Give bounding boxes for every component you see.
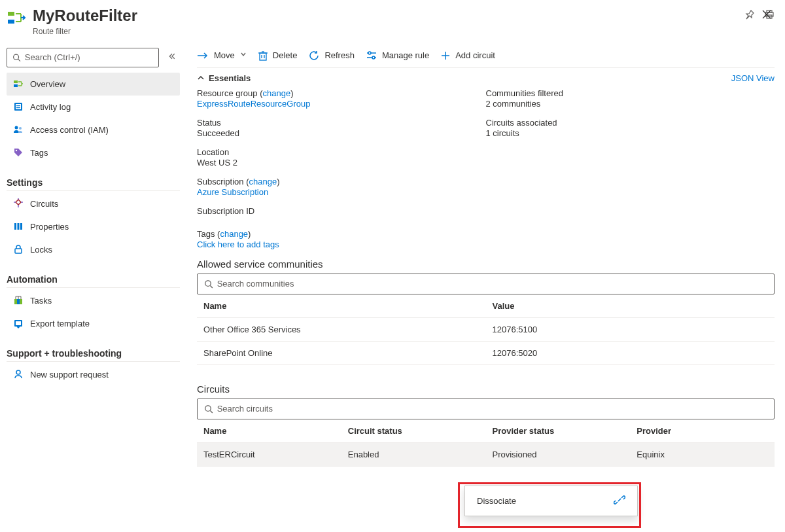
- communities-table: Name Value Other Office 365 Services 120…: [197, 294, 775, 365]
- essentials-panel: Resource group (change) ExpressRouteReso…: [197, 88, 775, 225]
- sidebar-item-access-control[interactable]: Access control (IAM): [7, 118, 180, 141]
- svg-rect-22: [15, 249, 22, 253]
- page-subtitle: Route filter: [33, 27, 725, 36]
- sidebar-item-label: Overview: [30, 79, 65, 89]
- svg-point-36: [368, 52, 371, 54]
- communities-filtered-label: Communities filtered: [486, 88, 775, 98]
- svg-rect-2: [8, 20, 14, 24]
- circuits-associated-label: Circuits associated: [486, 118, 775, 128]
- sidebar-item-label: Export template: [30, 319, 90, 328]
- col-value[interactable]: Value: [486, 294, 775, 318]
- svg-line-45: [618, 499, 621, 501]
- activity-log-icon: [13, 101, 24, 112]
- move-button[interactable]: Move: [197, 50, 247, 60]
- sidebar-item-label: Tasks: [30, 296, 52, 306]
- svg-rect-10: [14, 80, 18, 83]
- svg-rect-11: [14, 84, 18, 87]
- close-icon[interactable]: [761, 9, 772, 22]
- support-icon: [13, 369, 24, 380]
- context-menu: Dissociate: [464, 486, 638, 516]
- change-resource-group-link[interactable]: change: [262, 88, 290, 98]
- pin-icon[interactable]: [744, 9, 755, 22]
- svg-line-44: [210, 410, 212, 412]
- route-filter-small-icon: [13, 79, 24, 89]
- circuits-associated-value: 1 circuits: [486, 128, 775, 138]
- change-subscription-link[interactable]: change: [249, 177, 277, 186]
- sidebar-item-properties[interactable]: Properties: [7, 215, 180, 238]
- add-circuit-button[interactable]: Add circuit: [441, 50, 495, 60]
- svg-point-41: [205, 281, 211, 287]
- communities-filtered-value: 2 communities: [486, 99, 775, 109]
- circuits-table: Name Circuit status Provider status Prov…: [197, 419, 775, 467]
- sidebar-item-label: Tags: [30, 148, 48, 158]
- col-provider[interactable]: Provider: [630, 419, 775, 443]
- sidebar-item-label: Access control (IAM): [30, 125, 109, 135]
- change-tags-link[interactable]: change: [220, 229, 248, 239]
- refresh-icon: [309, 50, 319, 61]
- chevron-up-icon: [197, 74, 205, 82]
- blade-header: MyRouteFilter Route filter: [0, 0, 785, 41]
- plus-icon: [441, 51, 450, 60]
- sidebar-search-input[interactable]: [25, 52, 153, 62]
- main-content: Move Delete Refresh: [185, 41, 785, 532]
- col-name[interactable]: Name: [197, 419, 341, 443]
- circuits-icon: [13, 198, 24, 209]
- table-row[interactable]: SharePoint Online 12076:5020: [197, 341, 775, 364]
- refresh-button[interactable]: Refresh: [309, 50, 355, 61]
- svg-point-43: [205, 406, 211, 412]
- subscription-value[interactable]: Azure Subscription: [197, 187, 486, 197]
- chevron-down-icon: [240, 50, 247, 60]
- add-tags-link[interactable]: Click here to add tags: [197, 239, 775, 249]
- route-filter-icon: [7, 8, 26, 27]
- resource-group-value[interactable]: ExpressRouteResourceGroup: [197, 99, 486, 109]
- svg-rect-21: [20, 223, 22, 230]
- svg-rect-19: [14, 223, 16, 230]
- delete-icon: [258, 50, 268, 61]
- communities-search[interactable]: [197, 274, 775, 294]
- essentials-toggle[interactable]: Essentials: [197, 73, 251, 83]
- svg-point-16: [15, 126, 18, 130]
- delete-button[interactable]: Delete: [258, 50, 298, 61]
- location-label: Location: [197, 147, 486, 157]
- arrow-right-icon: [197, 51, 209, 60]
- sidebar-item-tags[interactable]: Tags: [7, 141, 180, 164]
- circuits-section: Circuits Name Circuit status Provider st…: [197, 383, 775, 467]
- sidebar-item-locks[interactable]: Locks: [7, 238, 180, 261]
- col-name[interactable]: Name: [197, 294, 486, 318]
- collapse-sidebar-icon[interactable]: [168, 52, 176, 62]
- svg-point-38: [372, 56, 375, 59]
- svg-point-28: [16, 370, 20, 374]
- svg-rect-1: [8, 12, 14, 16]
- search-icon: [204, 279, 213, 289]
- dissociate-menu-item[interactable]: Dissociate: [465, 486, 637, 516]
- tasks-icon: [13, 295, 24, 306]
- sidebar-section-automation: Automation: [7, 265, 180, 288]
- sidebar-search[interactable]: [7, 48, 159, 67]
- communities-search-input[interactable]: [217, 279, 767, 289]
- svg-point-17: [19, 127, 22, 130]
- svg-rect-25: [20, 299, 22, 304]
- circuits-search-input[interactable]: [217, 404, 767, 414]
- sidebar-item-new-support-request[interactable]: New support request: [7, 363, 180, 386]
- svg-rect-20: [18, 223, 20, 230]
- sidebar-item-activity-log[interactable]: Activity log: [7, 96, 180, 118]
- col-circuit-status[interactable]: Circuit status: [341, 419, 486, 443]
- sidebar-section-support: Support + troubleshooting: [7, 339, 180, 362]
- table-row[interactable]: Other Office 365 Services 12076:5100: [197, 317, 775, 341]
- sidebar: Overview Activity log Access control (IA…: [0, 41, 185, 532]
- json-view-link[interactable]: JSON View: [731, 73, 775, 83]
- sidebar-item-circuits[interactable]: Circuits: [7, 192, 180, 215]
- sidebar-item-overview[interactable]: Overview: [7, 73, 180, 96]
- properties-icon: [13, 221, 24, 232]
- circuits-search[interactable]: [197, 399, 775, 419]
- sidebar-item-tasks[interactable]: Tasks: [7, 289, 180, 312]
- subscription-label: Subscription (change): [197, 177, 486, 186]
- manage-rule-button[interactable]: Manage rule: [366, 50, 429, 60]
- sidebar-item-export-template[interactable]: Export template: [7, 312, 180, 335]
- col-provider-status[interactable]: Provider status: [486, 419, 631, 443]
- toolbar: Move Delete Refresh: [197, 48, 775, 68]
- status-value: Succeeded: [197, 128, 486, 138]
- resource-group-label: Resource group (change): [197, 88, 486, 98]
- table-row[interactable]: TestERCircuit Enabled Provisioned Equini…: [197, 442, 775, 466]
- svg-rect-23: [14, 299, 17, 304]
